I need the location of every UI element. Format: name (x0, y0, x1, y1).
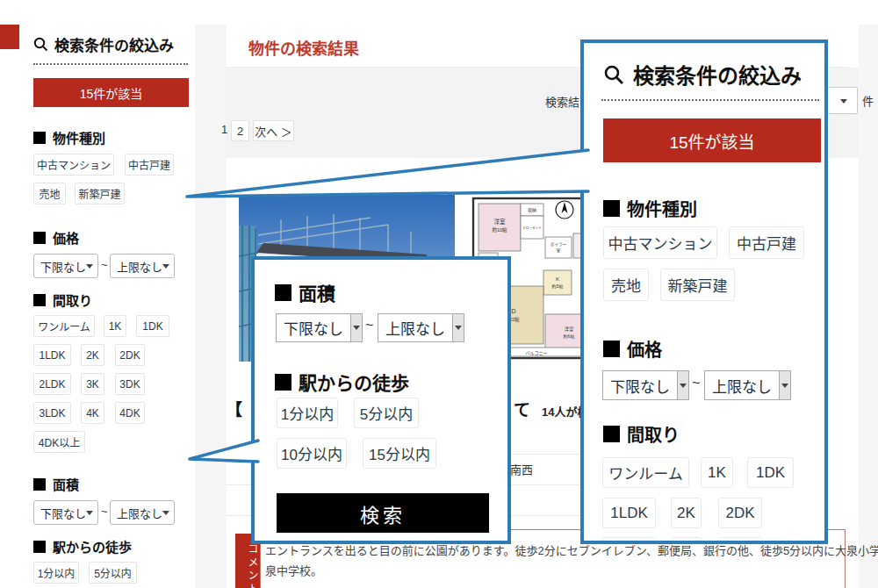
price-range-tilde: ~ (692, 376, 700, 391)
chip-walk-1min-zoom[interactable]: 1分以内 (277, 398, 338, 428)
chip-used-house-zoom[interactable]: 中古戸建 (729, 226, 804, 259)
filter-sidebar: 検索条件の絞込み 15件が該当 物件種別 中古マンション 中古戸建 売地 新築戸… (22, 25, 195, 588)
svg-text:約10帖: 約10帖 (492, 226, 507, 233)
chevron-down-icon (840, 99, 847, 104)
chip-land[interactable]: 売地 (33, 183, 66, 204)
zoom-callout-area-station: 面積 下限なし ~ 上限なし 駅からの徒歩 1分以内 5分以内 10分以内 15… (251, 256, 511, 544)
next-page-button[interactable]: 次へ ＞ (253, 120, 294, 141)
callout-section-station-walk: 駅からの徒歩 (275, 369, 409, 395)
chip-layout-zoom[interactable]: 1LDK (602, 498, 656, 528)
chip-walk-1min[interactable]: 1分以内 (33, 562, 79, 584)
svg-text:クローゼット: クローゼット (522, 226, 542, 230)
price-max-select-zoom[interactable]: 上限なし (704, 370, 791, 400)
callout-section-property-type: 物件種別 (603, 196, 697, 221)
square-bullet-icon (33, 294, 46, 306)
chip-used-house[interactable]: 中古戸建 (125, 154, 174, 176)
price-min-select-zoom[interactable]: 下限なし (602, 370, 689, 400)
comment-text-line2: 泉中学校。 (265, 562, 322, 578)
section-layout: 間取り (33, 290, 92, 309)
callout-sidebar-title: 検索条件の絞込み (603, 59, 802, 90)
square-bullet-icon (33, 478, 46, 491)
chip-layout[interactable]: 3DK (115, 373, 145, 395)
compass-icon (556, 201, 573, 219)
right-margin-strip (859, 25, 878, 588)
chip-walk-15min-zoom[interactable]: 15分以内 (363, 438, 436, 469)
sidebar-title-label: 検索条件の絞込み (54, 33, 174, 55)
area-max-select-zoom[interactable]: 上限なし (378, 313, 464, 342)
chip-layout-zoom[interactable]: 1DK (747, 457, 794, 488)
search-icon (603, 64, 624, 85)
chip-land-zoom[interactable]: 売地 (603, 269, 649, 301)
chip-new-house-zoom[interactable]: 新築戸建 (660, 269, 735, 301)
callout-section-area: 面積 (275, 279, 335, 305)
chip-layout-zoom[interactable]: 3DK (718, 537, 762, 544)
sidebar-divider (33, 63, 188, 65)
chip-walk-5min-zoom[interactable]: 5分以内 (354, 398, 419, 428)
chip-layout[interactable]: 4DK以上 (33, 431, 85, 453)
chevron-down-icon (162, 264, 169, 269)
chevron-down-icon (455, 326, 462, 330)
listing-title-fragment-right: て (514, 397, 530, 420)
pagination: 1 2 次へ ＞ (227, 120, 578, 143)
direction-value: 南西 (510, 461, 533, 477)
chip-layout[interactable]: 3LDK (33, 402, 71, 424)
chevron-down-icon (162, 511, 169, 515)
chip-used-mansion-zoom[interactable]: 中古マンション (603, 226, 717, 259)
page-current[interactable]: 1 (221, 123, 227, 136)
svg-text:バルコニー: バルコニー (526, 350, 548, 355)
chip-layout-zoom[interactable]: 3K (671, 537, 702, 544)
chip-layout[interactable]: 1LDK (33, 344, 71, 366)
chip-layout[interactable]: 1DK (136, 315, 169, 337)
square-bullet-icon (603, 200, 620, 217)
zoom-callout-filter-top: 検索条件の絞込み 15件が該当 物件種別 中古マンション 中古戸建 売地 新築戸… (580, 39, 828, 544)
chip-layout[interactable]: 2DK (115, 344, 145, 366)
area-min-select-zoom[interactable]: 下限なし (276, 313, 363, 342)
square-bullet-icon (603, 426, 620, 442)
svg-text:K: K (556, 276, 559, 282)
chip-layout[interactable]: ワンルーム (33, 315, 95, 337)
search-icon (33, 37, 48, 52)
listing-title-fragment-left: 【 (226, 397, 242, 420)
chip-layout-zoom[interactable]: 2LDK (602, 537, 656, 544)
chip-layout[interactable]: 1K (104, 315, 126, 337)
chip-used-mansion[interactable]: 中古マンション (33, 154, 114, 176)
chevron-down-icon (86, 264, 93, 269)
chip-layout-zoom[interactable]: ワンルーム (602, 457, 689, 488)
callout-divider (601, 99, 819, 101)
area-max-select[interactable]: 上限なし (110, 500, 175, 525)
callout-section-layout: 間取り (603, 421, 680, 447)
price-min-select[interactable]: 下限なし (33, 254, 98, 278)
square-bullet-icon (603, 341, 620, 357)
square-bullet-icon (275, 284, 291, 301)
chip-layout-zoom[interactable]: 2DK (718, 498, 762, 528)
svg-text:洋室: 洋室 (564, 326, 574, 333)
chip-walk-5min[interactable]: 5分以内 (89, 562, 137, 584)
left-banner-sliver (0, 25, 19, 49)
square-bullet-icon (33, 541, 46, 553)
square-bullet-icon (33, 132, 46, 144)
price-max-select[interactable]: 上限なし (110, 254, 175, 278)
page-2-button[interactable]: 2 (231, 120, 249, 141)
result-count-button-zoom[interactable]: 15件が該当 (603, 118, 821, 162)
chip-new-house[interactable]: 新築戸建 (75, 183, 125, 204)
area-min-select[interactable]: 下限なし (33, 500, 98, 525)
square-bullet-icon (33, 232, 46, 244)
chip-layout-zoom[interactable]: 1K (701, 457, 733, 488)
search-button[interactable]: 検索 (277, 493, 489, 533)
chevron-down-icon (781, 384, 788, 388)
per-page-unit: 件 (862, 92, 874, 109)
sort-label: 検索結 (545, 93, 579, 110)
gutter-strip (195, 25, 227, 588)
chip-layout[interactable]: 2K (81, 344, 104, 366)
sidebar-title: 検索条件の絞込み (33, 33, 174, 55)
price-range-tilde: ~ (101, 258, 108, 271)
chip-layout[interactable]: 4K (81, 402, 104, 424)
chip-layout[interactable]: 3K (81, 373, 104, 395)
result-count-button[interactable]: 15件が該当 (33, 78, 189, 107)
chip-layout[interactable]: 4DK (115, 402, 145, 424)
chip-walk-10min-zoom[interactable]: 10分以内 (277, 438, 347, 469)
chip-layout-zoom[interactable]: 2K (671, 498, 702, 528)
section-property-type: 物件種別 (33, 128, 105, 147)
chip-layout[interactable]: 2LDK (33, 373, 71, 395)
chevron-down-icon (680, 384, 687, 388)
